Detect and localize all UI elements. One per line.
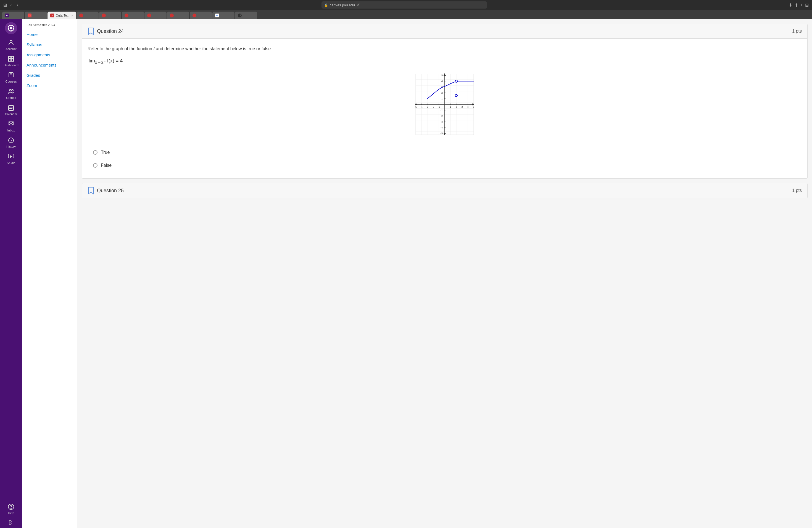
svg-rect-8 bbox=[11, 56, 14, 59]
studio-icon bbox=[7, 153, 15, 160]
tab-1[interactable]: P bbox=[2, 12, 24, 19]
reload-button[interactable]: ↺ bbox=[357, 3, 360, 7]
svg-rect-10 bbox=[11, 59, 14, 61]
forward-button[interactable]: › bbox=[15, 2, 19, 8]
bookmark-icon[interactable] bbox=[88, 27, 94, 35]
semester-label: Fall Semester 2024 bbox=[22, 19, 77, 29]
courses-icon bbox=[7, 71, 15, 79]
svg-point-11 bbox=[10, 89, 11, 91]
sidebar-toggle-button[interactable]: ⊞ bbox=[3, 2, 7, 8]
sidebar-item-calendar[interactable]: Calendar bbox=[0, 102, 22, 118]
tab-close-icon[interactable]: ✕ bbox=[71, 14, 73, 17]
address-bar[interactable]: 🔒 canvas.jmu.edu ↺ bbox=[321, 1, 487, 9]
tab-7[interactable] bbox=[144, 12, 166, 19]
download-button[interactable]: ⬇ bbox=[789, 2, 793, 8]
svg-text:4: 4 bbox=[467, 105, 468, 108]
browser-actions: ⬇ ⬆ + ⊞ bbox=[789, 2, 809, 8]
inbox-icon bbox=[7, 120, 15, 128]
question-points: 1 pts bbox=[792, 29, 802, 34]
svg-point-3 bbox=[11, 30, 12, 31]
tab-9[interactable] bbox=[190, 12, 212, 19]
tab-5[interactable] bbox=[99, 12, 121, 19]
svg-rect-15 bbox=[11, 108, 12, 109]
canvas-logo[interactable] bbox=[5, 22, 17, 34]
svg-point-2 bbox=[11, 25, 12, 26]
svg-text:2: 2 bbox=[455, 105, 457, 108]
tab-8[interactable] bbox=[167, 12, 189, 19]
sidebar-item-account[interactable]: Account bbox=[0, 36, 22, 53]
course-nav: Fall Semester 2024 Home Syllabus Assignm… bbox=[22, 19, 77, 528]
function-graph: -5 -4 -3 -2 -1 bbox=[413, 71, 476, 137]
svg-text:-2: -2 bbox=[440, 115, 443, 117]
back-button[interactable]: ‹ bbox=[9, 2, 13, 8]
nav-announcements[interactable]: Announcements bbox=[22, 60, 77, 70]
browser-controls: ⊞ ‹ › bbox=[3, 2, 20, 8]
choice-true-label: True bbox=[101, 150, 110, 155]
nav-assignments[interactable]: Assignments bbox=[22, 50, 77, 60]
choice-true[interactable]: True bbox=[88, 146, 802, 159]
svg-text:-4: -4 bbox=[420, 105, 423, 108]
tab-6[interactable] bbox=[122, 12, 144, 19]
sidebar-item-groups[interactable]: Groups bbox=[0, 85, 22, 102]
question-body: Refer to the graph of the function f and… bbox=[82, 39, 807, 178]
tab-quiz[interactable]: ✎ Quiz: Te... ✕ bbox=[47, 12, 76, 19]
sidebar-item-history[interactable]: History bbox=[0, 134, 22, 150]
radio-true[interactable] bbox=[93, 150, 98, 155]
nav-home[interactable]: Home bbox=[22, 29, 77, 40]
bookmark-25-icon[interactable] bbox=[88, 187, 94, 194]
tab-4[interactable] bbox=[76, 12, 99, 19]
studio-label: Studio bbox=[6, 161, 15, 165]
canvas-logo-icon bbox=[8, 25, 15, 32]
share-button[interactable]: ⬆ bbox=[795, 2, 798, 8]
svg-text:-2: -2 bbox=[432, 105, 434, 108]
inbox-label: Inbox bbox=[8, 129, 15, 132]
svg-text:5: 5 bbox=[473, 105, 474, 108]
nav-zoom[interactable]: Zoom bbox=[22, 80, 77, 91]
svg-point-5 bbox=[13, 28, 14, 29]
svg-text:1: 1 bbox=[450, 105, 451, 108]
grid-button[interactable]: ⊞ bbox=[805, 2, 809, 8]
sidebar-item-help[interactable]: Help bbox=[0, 501, 22, 517]
svg-rect-7 bbox=[9, 56, 11, 59]
nav-syllabus[interactable]: Syllabus bbox=[22, 40, 77, 50]
tab-google[interactable]: G bbox=[213, 12, 234, 19]
choice-false[interactable]: False bbox=[88, 159, 802, 172]
svg-text:4: 4 bbox=[441, 80, 443, 83]
answer-choices: True False bbox=[88, 146, 802, 172]
svg-text:-1: -1 bbox=[440, 109, 443, 112]
svg-point-4 bbox=[8, 28, 9, 29]
svg-rect-9 bbox=[9, 59, 11, 61]
svg-text:5: 5 bbox=[441, 74, 443, 77]
new-tab-button[interactable]: + bbox=[800, 2, 803, 8]
question-number: Question 24 bbox=[97, 28, 124, 34]
svg-point-1 bbox=[10, 27, 12, 30]
radio-false[interactable] bbox=[93, 163, 98, 167]
nav-grades[interactable]: Grades bbox=[22, 70, 77, 80]
question-25-number: Question 25 bbox=[97, 188, 124, 194]
question-25-header-left: Question 25 bbox=[88, 187, 124, 194]
question-header: Question 24 1 pts bbox=[82, 24, 807, 39]
browser-chrome: ⊞ ‹ › 🔒 canvas.jmu.edu ↺ ⬇ ⬆ + ⊞ bbox=[0, 0, 812, 10]
content-area: Question 24 1 pts Refer to the graph of … bbox=[77, 19, 812, 528]
question-text: Refer to the graph of the function f and… bbox=[88, 45, 802, 53]
groups-label: Groups bbox=[6, 96, 16, 99]
limit-subscript: x→2⁻ bbox=[95, 60, 106, 64]
tab-11[interactable]: ↺ bbox=[235, 12, 257, 19]
sidebar-item-dashboard[interactable]: Dashboard bbox=[0, 53, 22, 69]
help-icon bbox=[7, 503, 15, 511]
collapse-sidebar-button[interactable] bbox=[0, 517, 22, 528]
graph-container: -5 -4 -3 -2 -1 bbox=[88, 71, 802, 137]
sidebar-item-inbox[interactable]: Inbox bbox=[0, 118, 22, 134]
choice-false-label: False bbox=[101, 163, 112, 168]
question-header-left: Question 24 bbox=[88, 27, 124, 35]
svg-rect-14 bbox=[10, 108, 11, 109]
tab-2[interactable]: O bbox=[25, 12, 47, 19]
question-25-card: Question 25 1 pts bbox=[82, 183, 808, 198]
sidebar-item-courses[interactable]: Courses bbox=[0, 69, 22, 85]
account-icon bbox=[7, 39, 15, 46]
sidebar-item-studio[interactable]: Studio bbox=[0, 150, 22, 167]
calendar-icon bbox=[7, 104, 15, 112]
dashboard-icon bbox=[7, 55, 15, 63]
dashboard-label: Dashboard bbox=[4, 63, 18, 67]
app-layout: Account Dashboard Courses bbox=[0, 19, 812, 528]
